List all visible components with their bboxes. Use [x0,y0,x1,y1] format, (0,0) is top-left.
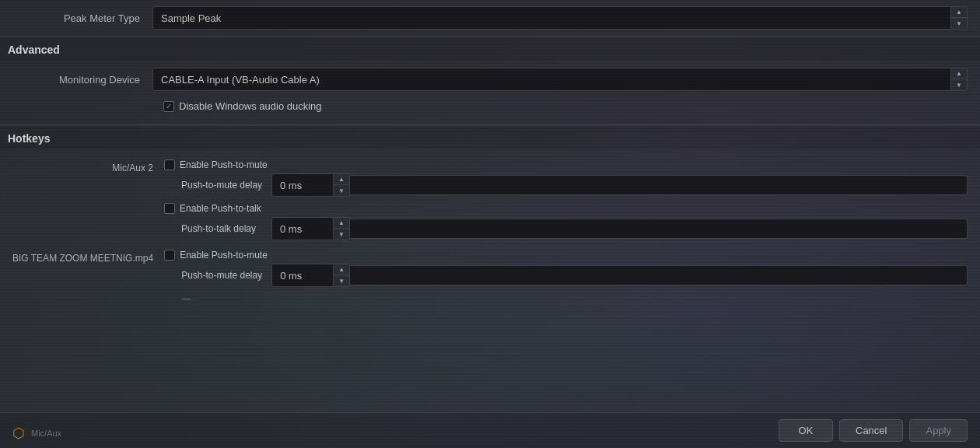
mic-aux-talk-checkbox[interactable] [164,203,175,214]
monitoring-device-spin-up[interactable]: ▲ [951,68,967,79]
big-team-mute-delay-label: Push-to-mute delay [164,270,265,281]
mic-aux-talk-delay-wrapper: 0 ms ▲ ▼ [271,217,968,240]
big-team-mute-delay-wrapper: 0 ms ▲ ▼ [271,264,968,287]
peak-meter-spinner: ▲ ▼ [951,6,968,30]
mic-aux-talk-checkbox-wrapper[interactable]: Enable Push-to-talk [164,203,335,214]
mic-aux-mute-checkbox[interactable] [164,159,175,170]
mic-aux-mute-delay-extend [350,175,968,195]
mic-aux-push-to-talk-row: Enable Push-to-talk [164,203,968,214]
mic-aux-mute-label: Enable Push-to-mute [180,159,335,170]
advanced-header: Advanced [0,37,980,61]
big-team-mute-label: Enable Push-to-mute [180,250,335,261]
big-team-mute-delay-spinner: ▲ ▼ [334,264,350,287]
disable-ducking-row: Disable Windows audio ducking [0,97,980,118]
big-team-mute-delay-row: Push-to-mute delay 0 ms ▲ ▼ [164,264,968,287]
mic-aux-mute-delay-wrapper: 0 ms ▲ ▼ [271,173,968,197]
hotkey-group-big-team: BIG TEAM ZOOM MEETNIG.mp4 Enable Push-to… [0,247,980,307]
mic-aux-mute-delay-value[interactable]: 0 ms [271,173,334,197]
monitoring-device-spin-down[interactable]: ▼ [951,79,967,90]
mic-aux-talk-label: Enable Push-to-talk [180,203,335,214]
peak-meter-label: Peak Meter Type [12,12,152,24]
big-team-mute-checkbox-wrapper[interactable]: Enable Push-to-mute [164,250,335,261]
advanced-section: Advanced Monitoring Device CABLE-A Input… [0,37,980,125]
mic-aux-talk-delay-down[interactable]: ▼ [334,229,349,240]
mic-aux-source-label: Mic/Aux 2 [12,159,164,173]
monitoring-device-dropdown-wrapper: CABLE-A Input (VB-Audio Cable A) ▲ ▼ [152,68,968,91]
big-team-mute-checkbox[interactable] [164,250,175,261]
mic-aux-talk-delay-up[interactable]: ▲ [334,218,349,229]
mic-aux-talk-delay-extend [350,219,968,239]
mic-aux-mute-delay-down[interactable]: ▼ [334,185,349,196]
hotkeys-content: Mic/Aux 2 Enable Push-to-mute Push [0,150,980,317]
peak-meter-spin-down[interactable]: ▼ [951,18,967,29]
big-team-mute-delay-down[interactable]: ▼ [334,275,349,286]
big-team-source-label: BIG TEAM ZOOM MEETNIG.mp4 [12,250,164,264]
disable-ducking-label: Disable Windows audio ducking [179,100,322,112]
hotkeys-section: Hotkeys Mic/Aux 2 Enable Push-to-mute [0,125,980,448]
apply-button[interactable]: Apply [909,419,968,442]
monitoring-device-row: Monitoring Device CABLE-A Input (VB-Audi… [0,61,980,97]
mic-aux-controls: Enable Push-to-mute Push-to-mute delay 0… [164,159,968,240]
bottom-bar: OK Cancel Apply [0,412,980,448]
main-container: Peak Meter Type Sample Peak ▲ ▼ Advanced… [0,0,980,448]
big-team-mute-row: Enable Push-to-mute [164,250,968,261]
ok-button[interactable]: OK [779,419,833,442]
mic-aux-mute-delay-row: Push-to-mute delay 0 ms ▲ ▼ [164,173,968,197]
cancel-button[interactable]: Cancel [839,419,903,442]
peak-meter-row: Peak Meter Type Sample Peak ▲ ▼ [0,0,980,37]
mic-aux-talk-delay-row: Push-to-talk delay 0 ms ▲ ▼ [164,217,968,240]
mic-aux-talk-delay-value[interactable]: 0 ms [271,217,334,240]
peak-meter-dropdown-wrapper: Sample Peak ▲ ▼ [152,6,968,30]
big-team-partial-row: — [164,293,968,304]
disable-ducking-checkbox-wrapper[interactable]: Disable Windows audio ducking [163,100,322,112]
big-team-partial-label: — [164,293,265,304]
peak-meter-spin-up[interactable]: ▲ [951,7,967,18]
big-team-mute-delay-extend [350,265,968,285]
monitoring-device-value[interactable]: CABLE-A Input (VB-Audio Cable A) [152,68,951,91]
monitoring-device-label: Monitoring Device [12,74,152,86]
peak-meter-value[interactable]: Sample Peak [152,6,951,30]
mic-aux-push-to-mute-row: Enable Push-to-mute [164,159,968,170]
big-team-mute-delay-up[interactable]: ▲ [334,264,349,275]
mic-aux-mute-delay-label: Push-to-mute delay [164,180,265,191]
mic-aux-mute-delay-spinner: ▲ ▼ [334,173,350,197]
disable-ducking-checkbox[interactable] [163,101,174,112]
hotkey-group-mic-aux: Mic/Aux 2 Enable Push-to-mute Push [0,156,980,243]
mic-aux-mute-checkbox-wrapper[interactable]: Enable Push-to-mute [164,159,335,170]
content-area: Peak Meter Type Sample Peak ▲ ▼ Advanced… [0,0,980,448]
monitoring-device-spinner: ▲ ▼ [951,68,968,91]
big-team-controls: Enable Push-to-mute Push-to-mute delay 0… [164,250,968,304]
mic-aux-talk-delay-label: Push-to-talk delay [164,223,265,234]
big-team-mute-delay-value[interactable]: 0 ms [271,264,334,287]
hotkeys-header: Hotkeys [0,125,980,150]
mic-aux-talk-delay-spinner: ▲ ▼ [334,217,350,240]
mic-aux-mute-delay-up[interactable]: ▲ [334,174,349,185]
